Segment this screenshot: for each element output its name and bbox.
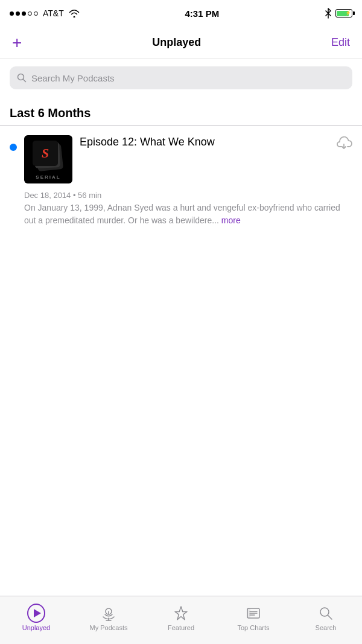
signal-dots	[10, 11, 38, 16]
list-icon	[245, 605, 262, 622]
edit-button[interactable]: Edit	[331, 36, 350, 49]
tab-featured-icon	[172, 604, 190, 622]
status-bar: AT&T 4:31 PM ⚡	[0, 0, 362, 27]
podcast-artwork[interactable]: S SERIAL	[24, 135, 72, 183]
search-tab-icon	[317, 605, 334, 622]
svg-rect-9	[247, 608, 250, 618]
navigation-bar: + Unplayed Edit	[0, 27, 362, 59]
tab-search-label: Search	[316, 624, 337, 631]
status-left: AT&T	[10, 8, 80, 18]
tab-top-charts-label: Top Charts	[237, 624, 269, 631]
section-title: Last 6 Months	[10, 106, 91, 120]
tab-featured[interactable]: Featured	[145, 596, 217, 644]
tab-top-charts-icon	[244, 604, 262, 622]
episode-top: S SERIAL Episode 12: What We Know	[10, 135, 352, 183]
tab-unplayed[interactable]: Unplayed	[0, 596, 72, 644]
search-bar[interactable]: Search My Podcasts	[10, 66, 352, 89]
cloud-download-icon[interactable]	[335, 136, 352, 150]
tab-my-podcasts[interactable]: My Podcasts	[72, 596, 145, 644]
podcast-icon	[100, 605, 117, 622]
tab-bar: Unplayed My Podcasts Featured	[0, 596, 362, 644]
dot-1	[10, 11, 14, 16]
dot-5	[34, 11, 38, 16]
serial-layers: S	[31, 139, 66, 174]
tab-unplayed-icon	[27, 604, 45, 622]
dot-4	[28, 11, 32, 16]
episode-right: Episode 12: What We Know	[80, 135, 352, 150]
battery-indicator: ⚡	[335, 9, 352, 18]
dot-2	[16, 11, 20, 16]
tab-featured-label: Featured	[168, 624, 194, 631]
star-icon	[173, 605, 189, 622]
episode-meta: Dec 18, 2014 • 56 min	[10, 190, 352, 202]
svg-line-11	[328, 616, 332, 620]
svg-point-10	[320, 608, 329, 616]
tab-search[interactable]: Search	[290, 596, 362, 644]
tab-my-podcasts-label: My Podcasts	[90, 624, 128, 631]
unplayed-indicator	[10, 144, 17, 151]
dot-3	[22, 11, 26, 16]
search-placeholder: Search My Podcasts	[31, 73, 115, 83]
status-right: ⚡	[325, 8, 352, 19]
section-header: Last 6 Months	[0, 97, 362, 125]
episode-title: Episode 12: What We Know	[80, 135, 331, 149]
search-icon	[17, 73, 27, 83]
tab-top-charts[interactable]: Top Charts	[217, 596, 290, 644]
episode-item[interactable]: S SERIAL Episode 12: What We Know Dec 18…	[0, 126, 362, 237]
layer-1: S	[33, 141, 58, 166]
battery-bolt: ⚡	[345, 10, 351, 16]
play-circle-icon	[27, 604, 45, 623]
page-title: Unplayed	[152, 36, 201, 49]
play-triangle-icon	[34, 609, 41, 617]
wifi-icon	[69, 9, 80, 18]
description-text: On January 13, 1999, Adnan Syed was a hu…	[24, 203, 340, 225]
tab-my-podcasts-icon	[100, 604, 118, 622]
search-container: Search My Podcasts	[0, 59, 362, 97]
serial-s-letter: S	[42, 145, 49, 161]
more-link[interactable]: more	[221, 215, 241, 225]
carrier-label: AT&T	[43, 8, 64, 18]
episode-description: On January 13, 1999, Adnan Syed was a hu…	[10, 202, 352, 227]
status-time: 4:31 PM	[185, 8, 220, 19]
tab-search-icon	[317, 604, 335, 622]
serial-label-text: SERIAL	[36, 174, 60, 180]
add-button[interactable]: +	[12, 34, 22, 51]
tab-unplayed-label: Unplayed	[22, 624, 50, 631]
bluetooth-icon	[325, 8, 332, 19]
svg-line-1	[24, 80, 26, 82]
